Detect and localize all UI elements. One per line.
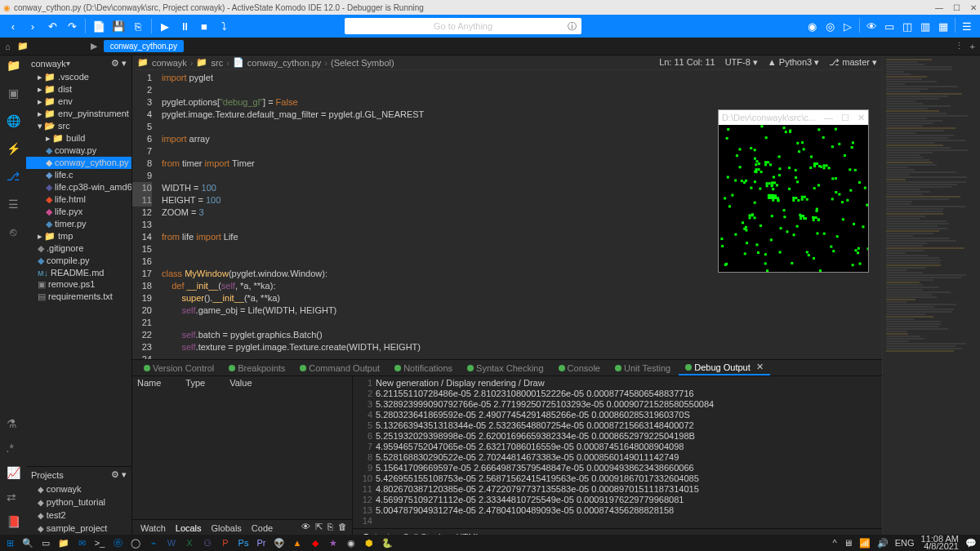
- terminal-icon[interactable]: >_: [93, 536, 106, 549]
- tree-file[interactable]: ▤requirements.txt: [26, 291, 131, 303]
- mail-icon[interactable]: ✉: [75, 536, 88, 549]
- tray-lang[interactable]: ENG: [895, 538, 915, 548]
- play-macro-icon[interactable]: ▷: [840, 18, 856, 34]
- tray-date[interactable]: 4/8/2021: [924, 541, 959, 551]
- word-icon[interactable]: W: [165, 536, 178, 549]
- http-icon[interactable]: ⇄: [7, 491, 20, 504]
- regex-icon[interactable]: .*: [7, 442, 20, 455]
- crumb-symbol[interactable]: (Select Symbol): [331, 58, 394, 68]
- tree-folder[interactable]: ▾📂 src: [26, 120, 131, 132]
- tree-file[interactable]: ◆life.pyx: [26, 206, 131, 218]
- crumb[interactable]: conway_cython.py: [247, 58, 322, 68]
- branch-icon[interactable]: ⎇: [7, 170, 20, 183]
- search-icon[interactable]: 🔍: [21, 536, 34, 549]
- explorer-icon[interactable]: 📁: [57, 536, 70, 549]
- vscode-icon[interactable]: ⌁: [147, 536, 160, 549]
- pause-icon[interactable]: ⏸: [176, 18, 193, 34]
- bottom-tab[interactable]: Debug Output ✕: [679, 360, 770, 375]
- project-header[interactable]: conwayk ▾ ⚙ ▾: [26, 56, 131, 71]
- flask-icon[interactable]: ⚗: [7, 417, 20, 430]
- menu-icon[interactable]: ☰: [959, 18, 975, 34]
- chart-icon[interactable]: 📈: [7, 466, 20, 479]
- forward-icon[interactable]: ›: [24, 18, 41, 34]
- vlc-icon[interactable]: ▲: [291, 536, 304, 549]
- back-icon[interactable]: ‹: [5, 18, 21, 34]
- project-item[interactable]: ◆ conwayk: [26, 482, 131, 495]
- pyglet-window[interactable]: D:\Dev\conwayk\src\c... ― ☐ ✕: [718, 109, 869, 273]
- database-icon[interactable]: ☰: [8, 198, 19, 211]
- tray-chevron-icon[interactable]: ^: [833, 538, 837, 548]
- globe-icon[interactable]: 🌐: [7, 114, 20, 127]
- save-all-icon[interactable]: ⎘: [130, 18, 146, 34]
- app-icon[interactable]: 👽: [273, 536, 286, 549]
- tree-file[interactable]: ◆life.html: [26, 193, 131, 206]
- layout3-icon[interactable]: ▥: [917, 18, 933, 34]
- tray-monitor-icon[interactable]: 🖥: [844, 538, 853, 548]
- tree-folder[interactable]: ▸📁 dist: [26, 83, 131, 96]
- bottom-tab[interactable]: Unit Testing: [608, 362, 677, 375]
- tree-folder[interactable]: ▸📁 .vscode: [26, 71, 131, 83]
- project-item[interactable]: ◆ test2: [26, 509, 131, 522]
- bottom-tab[interactable]: Command Output: [293, 362, 386, 375]
- save-icon[interactable]: 💾: [110, 18, 127, 34]
- explorer-icon[interactable]: 📁: [7, 59, 20, 72]
- photoshop-icon[interactable]: Ps: [237, 536, 250, 549]
- tree-folder[interactable]: ▸📁 env: [26, 96, 131, 108]
- redo-icon[interactable]: ↷: [64, 18, 80, 34]
- tree-file[interactable]: ◆life.c: [26, 169, 131, 181]
- app-icon[interactable]: ⬢: [363, 536, 376, 549]
- minimize-icon[interactable]: ―: [824, 113, 833, 123]
- task-view-icon[interactable]: ▭: [39, 536, 52, 549]
- tray-network-icon[interactable]: 📶: [859, 538, 871, 549]
- excel-icon[interactable]: X: [183, 536, 196, 549]
- tree-file-selected[interactable]: ◆conway_cython.py: [26, 157, 131, 169]
- minimap[interactable]: [882, 56, 980, 535]
- lightning-icon[interactable]: ⚡: [7, 142, 20, 155]
- encoding[interactable]: UTF-8 ▾: [725, 57, 758, 68]
- project-item[interactable]: ◆ sample_project: [26, 522, 131, 535]
- bottom-tab[interactable]: Version Control: [137, 362, 220, 375]
- add-icon[interactable]: +: [970, 42, 975, 51]
- git-branch[interactable]: ⎇ master ▾: [829, 57, 877, 68]
- teams-icon[interactable]: ⚇: [201, 536, 214, 549]
- tree-file[interactable]: ◆compile.py: [26, 255, 131, 267]
- gear-icon[interactable]: ⚙ ▾: [111, 58, 127, 69]
- tree-file[interactable]: ◆conway.py: [26, 144, 131, 157]
- bottom-tab[interactable]: Breakpoints: [222, 362, 292, 375]
- project-item[interactable]: ◆ python_tutorial: [26, 495, 131, 509]
- gear-icon[interactable]: ⚙ ▾: [111, 469, 127, 480]
- crumb[interactable]: src: [211, 58, 223, 68]
- new-file-icon[interactable]: 📄: [91, 18, 107, 34]
- close-icon[interactable]: ✕: [858, 113, 865, 123]
- maximize-icon[interactable]: ☐: [841, 113, 849, 123]
- premiere-icon[interactable]: Pr: [255, 536, 268, 549]
- obs-icon[interactable]: ◉: [345, 536, 358, 549]
- home-icon[interactable]: ⌂: [5, 42, 11, 51]
- terminal-icon[interactable]: ▣: [8, 87, 19, 100]
- open-folder-icon[interactable]: 📁: [17, 41, 29, 51]
- layout4-icon[interactable]: ▦: [935, 18, 951, 34]
- tray-notifications-icon[interactable]: 💬: [965, 538, 977, 549]
- start-icon[interactable]: ⊞: [3, 536, 16, 549]
- tree-file[interactable]: ◆life.cp38-win_amd64.pyd: [26, 181, 131, 193]
- app-icon[interactable]: ◆: [309, 536, 322, 549]
- code-editor[interactable]: 123456789101112131415161718192021222324 …: [132, 70, 882, 359]
- bottom-tab[interactable]: Notifications: [388, 362, 459, 375]
- book-icon[interactable]: 📕: [7, 515, 20, 528]
- projects-header[interactable]: Projects⚙ ▾: [26, 467, 131, 482]
- add-tab-icon[interactable]: ⋮: [955, 41, 964, 51]
- eye-icon[interactable]: 👁: [863, 18, 880, 34]
- tree-file[interactable]: ▣remove.ps1: [26, 278, 131, 291]
- minimize-icon[interactable]: ―: [935, 3, 943, 12]
- goto-anything-input[interactable]: Go to Anything ⓘ: [345, 18, 581, 34]
- tray-volume-icon[interactable]: 🔊: [877, 538, 889, 549]
- tree-file[interactable]: ◆.gitignore: [26, 242, 131, 255]
- close-icon[interactable]: ✕: [970, 3, 977, 12]
- python-icon[interactable]: 🐍: [381, 536, 394, 549]
- stop-icon[interactable]: ■: [196, 18, 212, 34]
- undo-icon[interactable]: ↶: [44, 18, 60, 34]
- editor-tab-active[interactable]: conway_cython.py: [104, 40, 184, 52]
- tree-folder[interactable]: ▸📁 build: [26, 132, 131, 144]
- step-icon[interactable]: ⤵: [216, 18, 232, 34]
- edge-icon[interactable]: ⓔ: [111, 536, 124, 549]
